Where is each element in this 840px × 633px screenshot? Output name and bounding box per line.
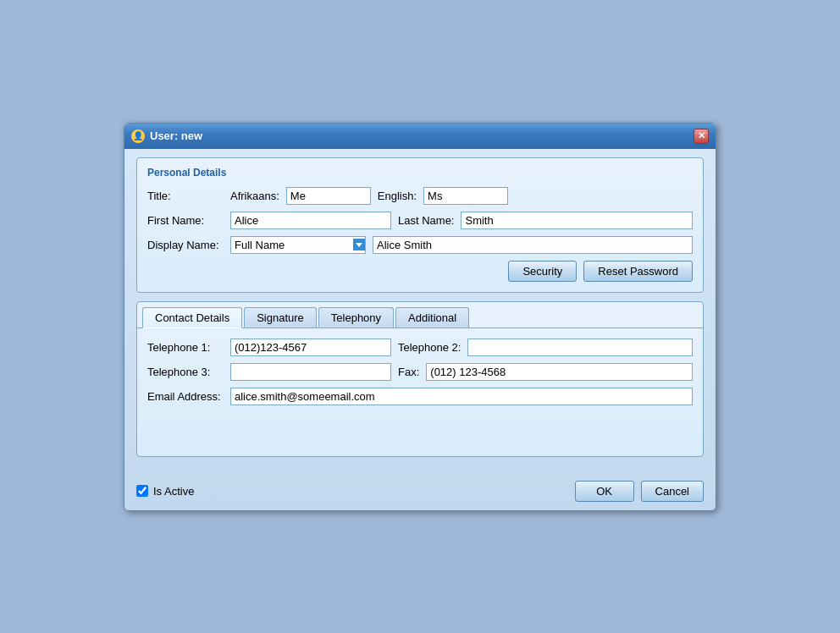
english-label: English: [378, 190, 417, 202]
first-name-input[interactable] [230, 212, 391, 229]
dialog-footer: Is Active OK Cancel [124, 476, 716, 510]
tab-contact-details[interactable]: Contact Details [142, 307, 242, 328]
is-active-checkbox[interactable] [136, 485, 148, 497]
afrikaans-label: Afrikaans: [230, 190, 279, 202]
email-label: Email Address: [147, 390, 224, 403]
footer-buttons: OK Cancel [575, 481, 704, 502]
display-name-label: Display Name: [147, 239, 224, 251]
is-active-row: Is Active [136, 485, 194, 498]
last-name-input[interactable] [461, 212, 693, 229]
personal-details-title: Personal Details [147, 167, 693, 179]
title-bar-left: 👤 User: new [131, 129, 202, 143]
telephone1-input[interactable] [230, 339, 391, 356]
display-name-row: Display Name: Full Name [147, 236, 693, 254]
telephone2-input[interactable] [467, 339, 693, 356]
tab-signature[interactable]: Signature [244, 307, 317, 328]
reset-password-button[interactable]: Reset Password [583, 261, 693, 282]
english-input[interactable] [423, 187, 508, 205]
title-bar: 👤 User: new ✕ [124, 124, 716, 149]
telephone3-input[interactable] [230, 363, 391, 381]
first-name-label: First Name: [147, 214, 224, 227]
personal-details-panel: Personal Details Title: Afrikaans: Engli… [136, 157, 704, 293]
cancel-button[interactable]: Cancel [641, 481, 704, 502]
dialog-title: User: new [150, 129, 202, 142]
last-name-label: Last Name: [398, 214, 454, 227]
telephone-row-2: Telephone 3: Fax: [147, 363, 693, 381]
title-row: Title: Afrikaans: English: [147, 187, 693, 205]
name-row: First Name: Last Name: [147, 212, 693, 229]
telephone2-label: Telephone 2: [398, 341, 461, 354]
security-button[interactable]: Security [508, 261, 577, 282]
dialog-body: Personal Details Title: Afrikaans: Engli… [124, 149, 716, 476]
display-name-select[interactable]: Full Name [230, 236, 366, 254]
ok-button[interactable]: OK [575, 481, 634, 502]
is-active-label: Is Active [153, 485, 194, 498]
contact-details-content: Telephone 1: Telephone 2: Telephone 3: F… [137, 328, 703, 456]
telephone3-label: Telephone 3: [147, 366, 224, 378]
display-name-full-input[interactable] [373, 236, 693, 254]
telephone1-label: Telephone 1: [147, 341, 224, 354]
fax-label: Fax: [398, 366, 419, 378]
fax-input[interactable] [426, 363, 693, 381]
content-spacer [147, 412, 693, 446]
tab-telephony[interactable]: Telephony [318, 307, 394, 328]
telephone-row-1: Telephone 1: Telephone 2: [147, 339, 693, 356]
user-dialog: 👤 User: new ✕ Personal Details Title: Af… [124, 123, 716, 511]
email-input[interactable] [230, 388, 693, 405]
email-row: Email Address: [147, 388, 693, 405]
afrikaans-input[interactable] [286, 187, 371, 205]
user-icon: 👤 [131, 129, 145, 143]
title-label: Title: [147, 190, 224, 202]
tab-additional[interactable]: Additional [395, 307, 469, 328]
tab-bar: Contact Details Signature Telephony Addi… [137, 302, 703, 328]
security-reset-row: Security Reset Password [147, 261, 693, 282]
close-button[interactable]: ✕ [694, 129, 709, 144]
tabs-container: Contact Details Signature Telephony Addi… [136, 301, 704, 457]
